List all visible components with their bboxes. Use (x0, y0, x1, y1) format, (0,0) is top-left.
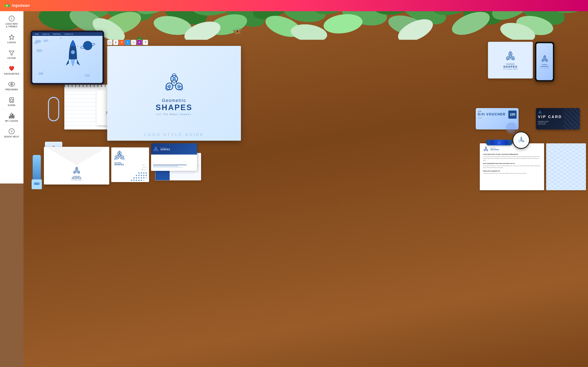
info-circle-icon: i (8, 15, 15, 22)
business-card-1: Geometric SHAPES (151, 143, 197, 171)
svg-rect-164 (145, 174, 147, 176)
svg-point-189 (121, 156, 123, 158)
toolbar-book-btn[interactable]: 📖 (107, 40, 112, 45)
tablet-nav-portfolio: PORTFOLIO (53, 33, 61, 35)
brand-tagline: Let The Magic Happen (156, 113, 191, 115)
sidebar-item-logo-info-themes[interactable]: i LOGO INFO & THEMES (0, 13, 23, 30)
tablet-nav-about: ABOUT US (43, 33, 49, 35)
my-logos-icon (8, 112, 15, 119)
divider (2, 31, 21, 31)
svg-rect-174 (138, 179, 139, 181)
svg-rect-163 (143, 174, 144, 176)
svg-rect-178 (144, 164, 146, 165)
style-guide-toolbar: 📖 ℹ 🎨 A ☆ 👁 ? (107, 40, 148, 45)
style-guide-watermark: LOGO STYLE GUIDE (144, 132, 204, 137)
divider (2, 62, 21, 62)
brand-name-bold: SHAPES (156, 103, 192, 112)
svg-rect-161 (138, 174, 139, 176)
tablet-nav-contact: CONTACT US (64, 33, 73, 35)
svg-marker-16 (10, 113, 13, 117)
svg-point-188 (116, 156, 118, 158)
svg-point-2 (6, 5, 8, 6)
sidebar-item-previews[interactable]: PREVIEWS (0, 79, 23, 93)
svg-point-193 (114, 158, 116, 160)
svg-rect-172 (133, 179, 135, 181)
style-guide-panel: 📖 ℹ 🎨 A ☆ 👁 ? (107, 46, 241, 141)
sidebar-item-favourites[interactable]: FAVOURITES (0, 63, 23, 77)
svg-text:Geometric: Geometric (114, 162, 121, 164)
svg-rect-175 (140, 179, 142, 181)
sidebar-item-quick-help[interactable]: ? QUICK HELP (0, 126, 23, 140)
logos-label: LOGOS (7, 41, 16, 44)
pixel-dots-panel: Geometric SHAPES (111, 147, 149, 182)
svg-point-148 (76, 168, 77, 169)
envelope-panel: GEOMETRIC SHAPES Let The Magic Happen (44, 147, 109, 184)
sidebar-item-filter[interactable]: FILTER (0, 48, 23, 61)
app-logo[interactable]: logobean (3, 3, 30, 8)
svg-text:i: i (11, 17, 12, 20)
svg-rect-181 (141, 169, 143, 170)
previews-label: PREVIEWS (5, 88, 18, 91)
filter-label: FILTER (8, 57, 16, 59)
question-icon: ? (8, 128, 15, 134)
envelope-logo: GEOMETRIC SHAPES Let The Magic Happen (71, 166, 82, 180)
toolbar-help-btn[interactable]: ? (143, 40, 148, 45)
svg-text:🦋: 🦋 (232, 27, 242, 36)
svg-point-191 (119, 155, 120, 156)
my-logos-label: MY LOGOS (5, 120, 18, 122)
svg-marker-11 (10, 99, 13, 102)
star-icon (8, 34, 15, 40)
svg-marker-6 (9, 51, 14, 55)
divider (2, 125, 21, 125)
guide-label: GUIDE (8, 104, 15, 106)
svg-rect-183 (146, 169, 148, 170)
svg-rect-170 (145, 177, 147, 178)
main-content: 🦎 🦋 HOME ABOUT US PORTFOLIO CONTACT US (24, 11, 294, 184)
toolbar-palette-btn[interactable]: 🎨 (119, 40, 124, 45)
sidebar-item-logos[interactable]: LOGOS (0, 32, 23, 46)
tablet-content (32, 36, 103, 83)
divider (2, 109, 21, 109)
toolbar-text-btn[interactable]: A (125, 40, 130, 45)
svg-rect-180 (145, 166, 147, 168)
svg-text:SHAPES: SHAPES (114, 164, 124, 166)
svg-rect-168 (140, 177, 142, 178)
svg-point-62 (173, 81, 175, 84)
svg-rect-176 (143, 179, 144, 181)
svg-rect-165 (133, 177, 135, 178)
svg-text:?: ? (11, 130, 13, 133)
svg-rect-179 (143, 166, 145, 168)
tablet-screen: HOME ABOUT US PORTFOLIO CONTACT US (32, 32, 103, 83)
guide-icon (8, 97, 15, 103)
svg-rect-157 (140, 172, 142, 174)
toolbar-star-btn[interactable]: ☆ (131, 40, 136, 45)
topbar: logobean (0, 0, 294, 11)
svg-marker-5 (9, 35, 14, 40)
toolbar-info-btn[interactable]: ℹ (113, 40, 118, 45)
svg-rect-182 (144, 169, 146, 170)
brand-name-main: Geometric (162, 98, 186, 103)
svg-rect-166 (135, 177, 137, 178)
toolbar-eye-btn[interactable]: 👁 (137, 40, 142, 45)
svg-rect-167 (138, 177, 139, 178)
sidebar-item-my-logos[interactable]: MY LOGOS (0, 110, 23, 124)
svg-point-194 (123, 158, 125, 160)
quick-help-label: QUICK HELP (4, 135, 19, 138)
svg-rect-160 (135, 174, 137, 176)
svg-rect-177 (142, 164, 144, 165)
logobean-icon (3, 3, 11, 8)
svg-rect-15 (13, 115, 14, 118)
rocket-svg (64, 39, 82, 76)
sidebar-item-guide[interactable]: GUIDE (0, 95, 23, 108)
svg-point-204 (156, 149, 156, 149)
tablet-panel: HOME ABOUT US PORTFOLIO CONTACT US (31, 31, 104, 85)
svg-rect-156 (138, 172, 139, 174)
sidebar: i LOGO INFO & THEMES LOGOS FILTER (0, 11, 24, 184)
svg-point-9 (11, 84, 12, 85)
svg-text:🦎: 🦎 (135, 35, 147, 40)
svg-rect-162 (140, 174, 142, 176)
svg-rect-173 (135, 179, 137, 181)
favourites-label: FAVOURITES (4, 73, 19, 75)
svg-rect-159 (145, 172, 147, 174)
svg-rect-171 (130, 179, 132, 181)
